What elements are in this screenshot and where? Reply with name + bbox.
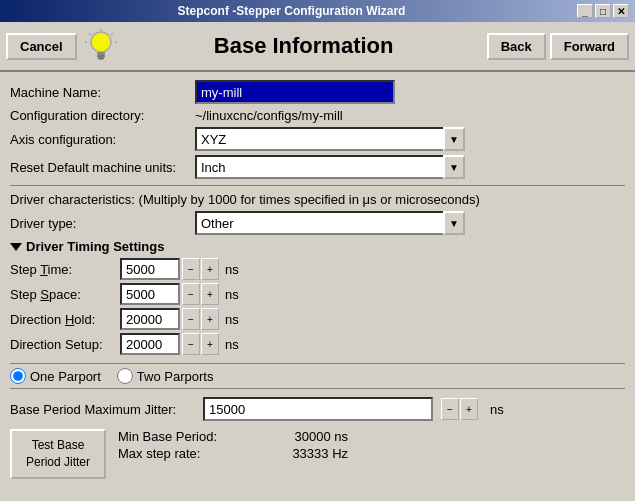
divider-1 xyxy=(10,185,625,186)
driver-type-row: Driver type: Other ▼ xyxy=(10,211,625,235)
one-parport-option[interactable]: One Parport xyxy=(10,368,101,384)
minimize-button[interactable]: _ xyxy=(577,4,593,18)
dir-setup-increment[interactable]: + xyxy=(201,333,219,355)
header-bar: Cancel Base Information Back Forward xyxy=(0,22,635,72)
jitter-buttons: − + xyxy=(441,398,478,420)
driver-info: Driver characteristics: (Multiply by 100… xyxy=(10,192,625,207)
timing-collapse-icon[interactable] xyxy=(10,243,22,251)
cancel-button[interactable]: Cancel xyxy=(6,33,77,60)
svg-line-5 xyxy=(111,33,113,35)
step-time-increment[interactable]: + xyxy=(201,258,219,280)
step-time-buttons: − + xyxy=(182,258,219,280)
dir-hold-increment[interactable]: + xyxy=(201,308,219,330)
reset-units-dropdown-arrow[interactable]: ▼ xyxy=(443,155,465,179)
dir-setup-spinbox: 20000 − + ns xyxy=(120,333,239,355)
dir-hold-decrement[interactable]: − xyxy=(182,308,200,330)
driver-type-dropdown-arrow[interactable]: ▼ xyxy=(443,211,465,235)
dir-setup-label: Direction Setup: xyxy=(10,337,120,352)
machine-name-input[interactable] xyxy=(195,80,395,104)
axis-config-select[interactable]: XYZ xyxy=(195,127,465,151)
driver-info-text: Driver characteristics: (Multiply by 100… xyxy=(10,192,480,207)
axis-config-row: Axis configuration: XYZ ▼ xyxy=(10,127,625,151)
titlebar-title: Stepconf -Stepper Configuration Wizard xyxy=(6,4,577,18)
axis-config-label: Axis configuration: xyxy=(10,132,195,147)
jitter-section: Base Period Maximum Jitter: − + ns xyxy=(10,397,625,421)
axis-config-dropdown-arrow[interactable]: ▼ xyxy=(443,127,465,151)
dir-hold-row: Direction Hold: 20000 − + ns xyxy=(10,308,625,330)
step-time-input[interactable]: 5000 xyxy=(120,258,180,280)
timing-section: Driver Timing Settings Step Time: 5000 −… xyxy=(10,239,625,355)
timing-header: Driver Timing Settings xyxy=(10,239,625,254)
svg-point-0 xyxy=(91,32,111,52)
jitter-row: Base Period Maximum Jitter: − + ns xyxy=(10,397,625,421)
jitter-input[interactable] xyxy=(203,397,433,421)
svg-rect-1 xyxy=(97,52,105,55)
jitter-increment[interactable]: + xyxy=(460,398,478,420)
one-parport-radio[interactable] xyxy=(10,368,26,384)
config-dir-row: Configuration directory: ~/linuxcnc/conf… xyxy=(10,108,625,123)
step-space-increment[interactable]: + xyxy=(201,283,219,305)
axis-config-select-container: XYZ ▼ xyxy=(195,127,465,151)
config-dir-value: ~/linuxcnc/configs/my-mill xyxy=(195,108,343,123)
min-period-label: Min Base Period: xyxy=(118,429,248,444)
bulb-icon xyxy=(81,26,121,66)
config-dir-label: Configuration directory: xyxy=(10,108,195,123)
two-parports-label: Two Parports xyxy=(137,369,214,384)
dir-setup-ns: ns xyxy=(225,337,239,352)
bottom-section: Test BasePeriod Jitter Min Base Period: … xyxy=(10,429,625,479)
dir-setup-decrement[interactable]: − xyxy=(182,333,200,355)
dir-setup-row: Direction Setup: 20000 − + ns xyxy=(10,333,625,355)
maximize-button[interactable]: □ xyxy=(595,4,611,18)
test-jitter-button[interactable]: Test BasePeriod Jitter xyxy=(10,429,106,479)
page-title: Base Information xyxy=(125,33,483,59)
titlebar: Stepconf -Stepper Configuration Wizard _… xyxy=(0,0,635,22)
forward-button[interactable]: Forward xyxy=(550,33,629,60)
step-time-decrement[interactable]: − xyxy=(182,258,200,280)
driver-type-label: Driver type: xyxy=(10,216,195,231)
dir-setup-buttons: − + xyxy=(182,333,219,355)
step-time-spinbox: 5000 − + ns xyxy=(120,258,239,280)
step-time-row: Step Time: 5000 − + ns xyxy=(10,258,625,280)
dir-setup-input[interactable]: 20000 xyxy=(120,333,180,355)
jitter-decrement[interactable]: − xyxy=(441,398,459,420)
two-parports-radio[interactable] xyxy=(117,368,133,384)
min-period-value: 30000 ns xyxy=(268,429,348,444)
step-space-spinbox: 5000 − + ns xyxy=(120,283,239,305)
dir-hold-label: Direction Hold: xyxy=(10,312,120,327)
reset-units-select-container: Inch ▼ xyxy=(195,155,465,179)
period-info: Min Base Period: 30000 ns Max step rate:… xyxy=(118,429,348,461)
back-button[interactable]: Back xyxy=(487,33,546,60)
step-space-label: Step Space: xyxy=(10,287,120,302)
jitter-ns-label: ns xyxy=(490,402,504,417)
max-step-value: 33333 Hz xyxy=(268,446,348,461)
machine-name-row: Machine Name: xyxy=(10,80,625,104)
titlebar-controls[interactable]: _ □ ✕ xyxy=(577,4,629,18)
close-button[interactable]: ✕ xyxy=(613,4,629,18)
step-time-label: Step Time: xyxy=(10,262,120,277)
dir-hold-spinbox: 20000 − + ns xyxy=(120,308,239,330)
step-space-input[interactable]: 5000 xyxy=(120,283,180,305)
dir-hold-buttons: − + xyxy=(182,308,219,330)
max-step-label: Max step rate: xyxy=(118,446,248,461)
jitter-label: Base Period Maximum Jitter: xyxy=(10,402,195,417)
step-space-buttons: − + xyxy=(182,283,219,305)
reset-units-label: Reset Default machine units: xyxy=(10,160,195,175)
two-parports-option[interactable]: Two Parports xyxy=(117,368,214,384)
driver-type-select-container: Other ▼ xyxy=(195,211,465,235)
parport-radio-section: One Parport Two Parports xyxy=(10,363,625,389)
one-parport-label: One Parport xyxy=(30,369,101,384)
svg-line-6 xyxy=(89,33,91,35)
driver-type-select[interactable]: Other xyxy=(195,211,465,235)
dir-hold-ns: ns xyxy=(225,312,239,327)
svg-rect-3 xyxy=(98,58,104,60)
timing-header-label: Driver Timing Settings xyxy=(26,239,164,254)
svg-rect-2 xyxy=(97,55,105,58)
max-step-row: Max step rate: 33333 Hz xyxy=(118,446,348,461)
step-space-row: Step Space: 5000 − + ns xyxy=(10,283,625,305)
min-period-row: Min Base Period: 30000 ns xyxy=(118,429,348,444)
step-time-ns: ns xyxy=(225,262,239,277)
reset-units-select[interactable]: Inch xyxy=(195,155,465,179)
dir-hold-input[interactable]: 20000 xyxy=(120,308,180,330)
step-space-decrement[interactable]: − xyxy=(182,283,200,305)
machine-name-label: Machine Name: xyxy=(10,85,195,100)
